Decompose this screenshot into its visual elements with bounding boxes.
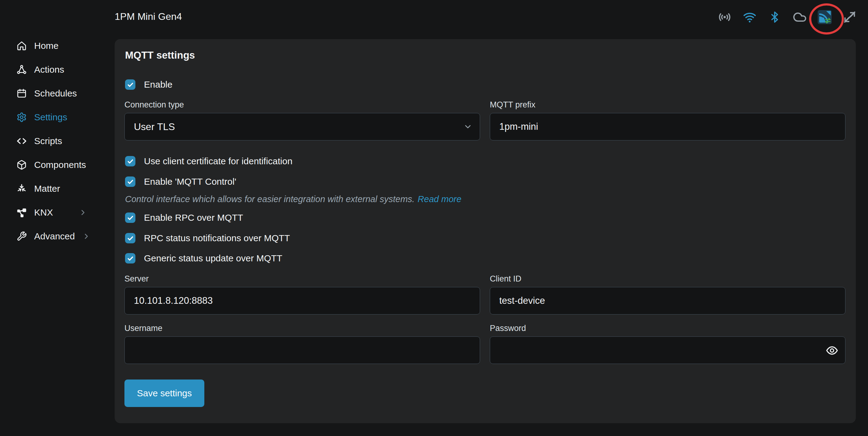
checkbox-label: Enable xyxy=(144,79,172,90)
chevron-down-icon xyxy=(463,122,472,131)
wrench-icon xyxy=(17,231,27,241)
outbound-websocket-icon xyxy=(842,10,857,24)
sidebar-item-schedules[interactable]: Schedules xyxy=(0,82,115,105)
password-input[interactable] xyxy=(490,337,821,364)
mqtt-status-icon xyxy=(817,10,832,24)
sidebar-item-home[interactable]: Home xyxy=(0,34,115,58)
generic-status-checkbox[interactable] xyxy=(125,253,135,263)
checkbox-label: Use client certificate for identificatio… xyxy=(144,156,292,166)
cloud-icon xyxy=(793,10,807,24)
sidebar-item-label: Schedules xyxy=(34,88,77,98)
device-title: 1PM Mini Gen4 xyxy=(115,11,182,22)
status-icon-bar xyxy=(717,10,857,24)
client-id-field: Client ID xyxy=(490,274,845,315)
username-input[interactable] xyxy=(124,337,480,364)
calendar-icon xyxy=(17,88,27,98)
checkbox-label: RPC status notifications over MQTT xyxy=(144,233,290,243)
password-field: Password xyxy=(490,324,845,364)
client-cert-checkbox-row: Use client certificate for identificatio… xyxy=(125,156,292,166)
field-label: Username xyxy=(124,324,480,333)
checkbox-label: Enable 'MQTT Control' xyxy=(144,176,236,187)
checkbox-label: Generic status update over MQTT xyxy=(144,253,282,263)
field-label: Client ID xyxy=(490,274,845,284)
knx-icon xyxy=(17,207,27,218)
client-cert-checkbox[interactable] xyxy=(125,156,135,166)
sidebar-item-matter[interactable]: Matter xyxy=(0,177,115,201)
password-input-wrapper xyxy=(490,337,845,364)
client-id-input[interactable] xyxy=(490,287,845,315)
sidebar-item-label: Actions xyxy=(34,64,64,75)
sidebar-item-label: Matter xyxy=(34,183,60,194)
chevron-right-icon xyxy=(79,208,87,217)
matter-icon xyxy=(17,183,27,194)
mqtt-prefix-field: MQTT prefix xyxy=(490,100,845,141)
rpc-checkbox-row: Enable RPC over MQTT xyxy=(125,212,243,223)
home-icon xyxy=(17,40,27,51)
sidebar-item-advanced[interactable]: Advanced xyxy=(0,225,115,248)
enable-checkbox-row: Enable xyxy=(125,79,172,90)
rpc-status-checkbox[interactable] xyxy=(125,233,135,243)
sidebar-item-label: Advanced xyxy=(34,231,75,241)
sidebar-item-label: Scripts xyxy=(34,136,62,146)
server-field: Server xyxy=(124,274,480,315)
description-text: Control interface which allows for easie… xyxy=(125,194,414,204)
sidebar: Home Actions Schedules xyxy=(0,34,115,248)
field-label: Password xyxy=(490,324,845,333)
sidebar-item-label: Home xyxy=(34,40,59,51)
sidebar-item-actions[interactable]: Actions xyxy=(0,58,115,82)
chevron-right-icon xyxy=(82,232,91,241)
enable-checkbox[interactable] xyxy=(125,79,135,90)
app-root: 1PM Mini Gen4 xyxy=(0,0,868,436)
mqtt-settings-panel: MQTT settings Enable Connection type Use… xyxy=(115,39,856,423)
field-label: Server xyxy=(124,274,480,284)
checkbox-label: Enable RPC over MQTT xyxy=(144,212,243,223)
sidebar-item-label: Settings xyxy=(34,112,67,122)
mqtt-control-checkbox-row: Enable 'MQTT Control' xyxy=(125,176,236,187)
connection-type-field: Connection type User TLS xyxy=(124,100,480,141)
wifi-icon xyxy=(742,10,757,24)
sidebar-item-settings[interactable]: Settings xyxy=(0,105,115,129)
rpc-checkbox[interactable] xyxy=(125,212,135,223)
rpc-status-checkbox-row: RPC status notifications over MQTT xyxy=(125,233,290,243)
select-value: User TLS xyxy=(134,121,175,133)
gear-icon xyxy=(17,112,27,122)
field-label: Connection type xyxy=(124,100,480,110)
field-label: MQTT prefix xyxy=(490,100,845,110)
mqtt-prefix-input[interactable] xyxy=(490,113,845,141)
sidebar-item-label: Components xyxy=(34,160,86,170)
read-more-link[interactable]: Read more xyxy=(417,194,461,204)
username-field: Username xyxy=(124,324,480,364)
connection-type-select[interactable]: User TLS xyxy=(124,113,480,141)
sidebar-item-knx[interactable]: KNX xyxy=(0,201,115,225)
access-point-icon xyxy=(717,10,732,24)
sidebar-item-scripts[interactable]: Scripts xyxy=(0,129,115,153)
components-icon xyxy=(17,160,27,170)
eye-icon[interactable] xyxy=(826,344,838,357)
sidebar-item-label: KNX xyxy=(34,207,53,218)
sidebar-item-components[interactable]: Components xyxy=(0,153,115,177)
page-title: MQTT settings xyxy=(125,50,195,61)
save-settings-button[interactable]: Save settings xyxy=(124,379,204,407)
bluetooth-icon xyxy=(767,10,782,24)
mqtt-control-description: Control interface which allows for easie… xyxy=(125,194,461,204)
code-icon xyxy=(17,136,27,146)
generic-status-checkbox-row: Generic status update over MQTT xyxy=(125,253,282,263)
mqtt-control-checkbox[interactable] xyxy=(125,176,135,187)
server-input[interactable] xyxy=(124,287,480,315)
actions-icon xyxy=(17,64,27,75)
